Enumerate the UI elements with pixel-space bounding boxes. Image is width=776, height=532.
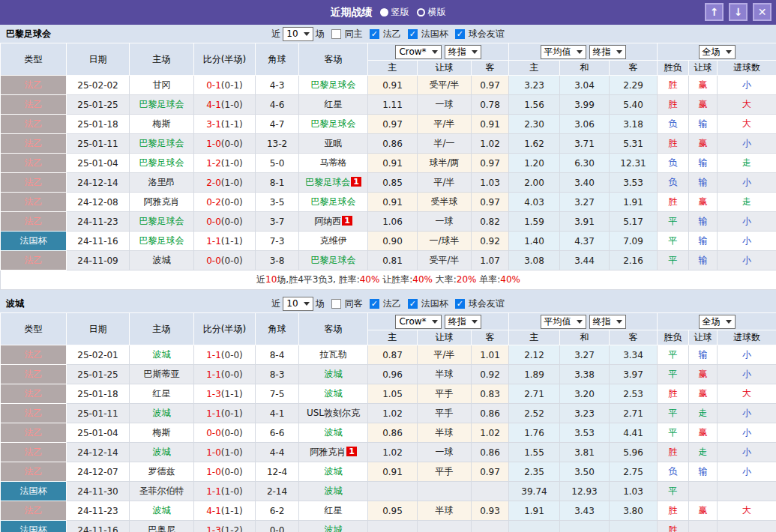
- away-team-link[interactable]: 波城: [325, 525, 343, 532]
- euro-away-odds-cell: 3.34: [610, 345, 658, 365]
- away-team-link[interactable]: 红星: [325, 99, 343, 109]
- home-team-cell: 阿雅克肖: [130, 193, 194, 212]
- down-arrow-icon: ↓: [734, 6, 743, 18]
- close-button[interactable]: ✕: [753, 3, 772, 21]
- corner-cell: 4-1: [256, 404, 299, 423]
- match-type-cell: 法乙: [1, 462, 67, 482]
- score-cell: 1-3(1-1): [194, 384, 256, 404]
- home-team-link[interactable]: 巴黎足球会: [139, 157, 184, 168]
- home-team-link[interactable]: 波城: [153, 505, 171, 516]
- same-home-checkbox[interactable]: [331, 29, 341, 39]
- home-team-link[interactable]: 红星: [153, 388, 171, 399]
- result-wdl-cell: 负: [658, 115, 689, 134]
- cup-checkbox[interactable]: [408, 299, 418, 309]
- home-team-link[interactable]: 阿雅克肖: [144, 196, 180, 207]
- bookmaker-dropdown[interactable]: Crow*: [395, 315, 441, 329]
- away-team-link[interactable]: 波城: [325, 466, 343, 477]
- home-team-link[interactable]: 波城: [153, 255, 171, 265]
- match-type-cell: 法乙: [1, 423, 67, 443]
- result-wdl-cell: 胜: [658, 501, 689, 521]
- away-team-link[interactable]: 巴黎足球会: [305, 177, 350, 187]
- home-team-link[interactable]: 巴黎足球会: [139, 235, 184, 246]
- away-team-link[interactable]: 波城: [325, 388, 343, 399]
- away-team-link[interactable]: 克维伊: [320, 235, 347, 246]
- home-team-link[interactable]: 洛里昂: [148, 177, 175, 187]
- home-team-link[interactable]: 圣菲尔伯特: [139, 486, 184, 496]
- league2-checkbox[interactable]: [370, 29, 379, 39]
- radio-vertical-layout[interactable]: 竖版: [380, 6, 409, 19]
- result-handicap-cell: 输: [689, 154, 718, 173]
- home-team-link[interactable]: 罗德兹: [148, 466, 175, 477]
- cup-checkbox[interactable]: [408, 29, 418, 39]
- bookmaker-dropdown[interactable]: Crow*: [395, 45, 441, 59]
- sub-header-wdl: 胜负: [658, 61, 689, 76]
- home-team-link[interactable]: 波城: [153, 408, 171, 418]
- home-team-link[interactable]: 巴黎足球会: [139, 99, 184, 109]
- home-team-link[interactable]: 巴黎足球会: [139, 138, 184, 148]
- full-match-dropdown[interactable]: 全场: [699, 45, 736, 59]
- home-team-link[interactable]: 梅斯: [153, 427, 171, 438]
- average-odds-dropdown[interactable]: 平均值: [541, 315, 586, 329]
- away-team-link[interactable]: USL敦刻尔克: [307, 408, 360, 418]
- sub-header-eu-home: 主: [509, 330, 560, 345]
- handicap-line-cell: 半球: [418, 365, 472, 384]
- average-odds-dropdown[interactable]: 平均值: [541, 45, 586, 59]
- away-team-link[interactable]: 阿雅克肖: [310, 447, 346, 457]
- corner-cell: 8-3: [256, 365, 299, 384]
- halftime-score: (1-0): [221, 178, 243, 188]
- same-away-checkbox[interactable]: [331, 299, 341, 309]
- friendly-checkbox[interactable]: [455, 299, 465, 309]
- away-team-cell: 拉瓦勒: [299, 345, 368, 365]
- final-odds-dropdown[interactable]: 终指: [445, 45, 481, 59]
- home-team-link[interactable]: 梅斯: [153, 118, 171, 129]
- away-team-cell: 红星: [299, 501, 368, 521]
- euro-draw-odds-cell: 3.44: [560, 251, 610, 270]
- match-row: 法乙 25-02-01 波城 1-1(0-0) 8-4 拉瓦勒 0.87 平/半…: [1, 345, 776, 365]
- final-odds-dropdown2[interactable]: 终指: [589, 45, 626, 59]
- away-team-link[interactable]: 波城: [325, 486, 343, 496]
- away-team-link[interactable]: 拉瓦勒: [320, 349, 347, 360]
- away-team-link[interactable]: 马蒂格: [320, 157, 347, 168]
- handicap-home-odds-cell: 0.90: [368, 232, 418, 251]
- col-header-away: 客场: [299, 313, 368, 345]
- sub-header-let-away: 客: [472, 330, 509, 345]
- home-team-link[interactable]: 波城: [153, 447, 171, 457]
- result-goals-cell: 小: [718, 232, 776, 251]
- away-team-link[interactable]: 红星: [325, 505, 343, 516]
- col-header-type: 类型: [1, 43, 67, 76]
- halftime-score: (0-0): [221, 369, 243, 380]
- away-team-link[interactable]: 阿纳西: [314, 216, 341, 226]
- away-team-link[interactable]: 巴黎足球会: [311, 118, 356, 129]
- final-odds-dropdown2[interactable]: 终指: [589, 315, 626, 329]
- score-cell: 1-0(0-0): [194, 134, 256, 154]
- full-match-dropdown[interactable]: 全场: [699, 315, 736, 329]
- euro-draw-odds-cell: 4.37: [560, 232, 610, 251]
- match-row: 法乙 25-01-11 波城 1-1(0-1) 4-1 USL敦刻尔克 1.02…: [1, 404, 776, 423]
- col-header-away: 客场: [299, 43, 368, 76]
- away-team-link[interactable]: 巴黎足球会: [311, 79, 356, 90]
- away-team-link[interactable]: 巴黎足球会: [311, 196, 356, 207]
- league2-checkbox[interactable]: [370, 299, 379, 309]
- match-count-dropdown[interactable]: 10: [283, 27, 313, 41]
- away-team-link[interactable]: 波城: [325, 427, 343, 438]
- away-team-link[interactable]: 巴黎足球会: [311, 255, 356, 265]
- scroll-down-button[interactable]: ↓: [729, 3, 748, 21]
- scroll-up-button[interactable]: ↑: [705, 3, 724, 21]
- radio-horizontal-layout[interactable]: 横版: [417, 6, 446, 19]
- handicap-line-cell: 半球: [418, 423, 472, 443]
- home-team-link[interactable]: 巴斯蒂亚: [144, 369, 180, 379]
- away-team-link[interactable]: 亚眠: [325, 138, 343, 148]
- final-odds-dropdown[interactable]: 终指: [445, 315, 481, 329]
- result-goals-cell: 小: [718, 76, 776, 95]
- home-team-link[interactable]: 巴奥尼: [148, 525, 175, 532]
- handicap-home-odds-cell: 0.91: [368, 76, 418, 95]
- result-handicap-cell: 输: [689, 232, 718, 251]
- friendly-checkbox[interactable]: [455, 29, 465, 39]
- away-team-link[interactable]: 波城: [325, 369, 343, 379]
- home-team-link[interactable]: 巴黎足球会: [139, 216, 184, 226]
- result-handicap-cell: 赢: [689, 193, 718, 212]
- match-date-cell: 25-01-18: [67, 384, 130, 404]
- home-team-link[interactable]: 波城: [153, 349, 171, 360]
- home-team-link[interactable]: 甘冈: [153, 79, 171, 90]
- match-count-dropdown[interactable]: 10: [283, 297, 313, 311]
